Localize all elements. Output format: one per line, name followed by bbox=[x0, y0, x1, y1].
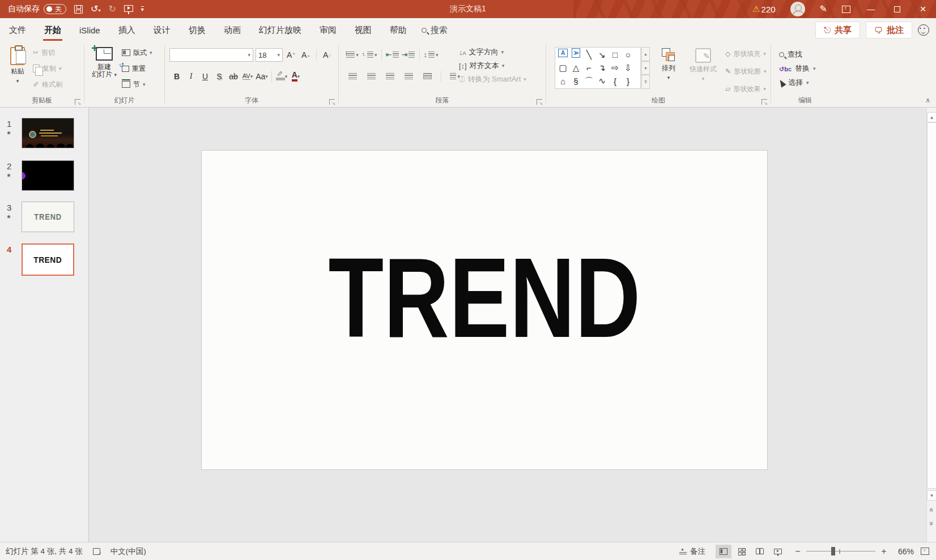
close-button[interactable]: ✕ bbox=[910, 0, 936, 18]
quick-styles-button[interactable]: 快速样式 ▾ bbox=[684, 44, 722, 95]
convert-smartart-button[interactable]: ⎅ 转换为 SmartArt▾ bbox=[459, 74, 526, 84]
italic-button[interactable]: I bbox=[185, 70, 197, 83]
slideshow-view-button[interactable] bbox=[770, 545, 786, 558]
shape-icon-6[interactable]: ▢ bbox=[556, 62, 569, 74]
justify-button[interactable] bbox=[402, 70, 415, 83]
spellcheck-icon[interactable] bbox=[93, 548, 100, 555]
vertical-scrollbar[interactable]: ▲ ▼ « » bbox=[926, 108, 936, 542]
font-dialog-launcher[interactable] bbox=[329, 99, 335, 105]
save-icon[interactable] bbox=[74, 5, 83, 14]
paragraph-dialog-launcher[interactable] bbox=[537, 99, 542, 105]
shape-icon-17[interactable]: } bbox=[622, 75, 635, 87]
collapse-ribbon-icon[interactable]: ∧ bbox=[925, 96, 930, 104]
slide-1-preview[interactable] bbox=[22, 118, 74, 148]
paste-button[interactable]: 粘贴 ▾ bbox=[5, 42, 31, 93]
section-button[interactable]: 节▾ bbox=[122, 78, 152, 91]
text-shadow-button[interactable]: S bbox=[213, 70, 226, 83]
tab-transitions[interactable]: 切换 bbox=[180, 18, 215, 42]
shape-effects-button[interactable]: ▱ 形状效果▾ bbox=[725, 82, 767, 96]
bullets-button[interactable]: ▾ bbox=[346, 48, 359, 61]
tab-animations[interactable]: 动画 bbox=[215, 18, 250, 42]
zoom-out-button[interactable]: − bbox=[794, 546, 802, 557]
shape-icon-3[interactable]: ↘ bbox=[595, 49, 609, 61]
slide-counter[interactable]: 幻灯片 第 4 张, 共 4 张 bbox=[6, 546, 83, 557]
shape-icon-0[interactable]: A bbox=[558, 49, 568, 57]
gallery-more-icon[interactable]: ⊽ bbox=[641, 75, 650, 89]
slide-thumbnail-1[interactable]: 1 ★ bbox=[0, 118, 89, 148]
undo-icon[interactable]: ↺▾ bbox=[91, 5, 100, 14]
tab-slideshow[interactable]: 幻灯片放映 bbox=[250, 18, 310, 42]
tab-home[interactable]: 开始 bbox=[35, 18, 70, 42]
shape-icon-9[interactable]: ↴ bbox=[595, 62, 609, 74]
line-spacing-button[interactable]: ↕▾ bbox=[424, 48, 439, 61]
language-indicator[interactable]: 中文(中国) bbox=[110, 546, 146, 557]
slide-editing-canvas[interactable]: TREND bbox=[90, 108, 926, 542]
font-color-button[interactable]: A▾ bbox=[290, 70, 302, 83]
normal-view-button[interactable] bbox=[716, 545, 731, 558]
scroll-up-icon[interactable]: ▲ bbox=[927, 112, 936, 122]
minimize-button[interactable]: — bbox=[858, 0, 884, 18]
zoom-slider[interactable] bbox=[806, 551, 875, 552]
slide-sorter-view-button[interactable] bbox=[734, 545, 750, 558]
numbering-button[interactable]: ⒈▾ bbox=[361, 48, 377, 61]
scrollbar-thumb[interactable] bbox=[927, 122, 936, 489]
shape-outline-button[interactable]: ✎ 形状轮廓▾ bbox=[725, 65, 767, 78]
select-button[interactable]: 选择▾ bbox=[779, 78, 839, 88]
columns-button[interactable] bbox=[420, 70, 434, 83]
character-spacing-button[interactable]: AV▾ bbox=[241, 70, 254, 83]
maximize-button[interactable] bbox=[884, 0, 910, 18]
gallery-scroll-up-icon[interactable]: ▲ bbox=[641, 47, 650, 61]
align-text-button[interactable]: [↕] 对齐文本▾ bbox=[459, 61, 526, 71]
slide-thumbnail-2[interactable]: 2 ★ bbox=[0, 160, 89, 191]
shape-icon-13[interactable]: § bbox=[569, 75, 582, 87]
align-center-button[interactable] bbox=[364, 70, 378, 83]
align-left-button[interactable] bbox=[346, 70, 359, 83]
coming-soon-icon[interactable]: ✎ bbox=[812, 0, 835, 18]
font-name-combo[interactable]: ▾ bbox=[169, 48, 253, 62]
shape-fill-button[interactable]: ◇ 形状填充▾ bbox=[725, 47, 767, 61]
tab-review[interactable]: 审阅 bbox=[310, 18, 346, 42]
grow-font-button[interactable]: A⌃ bbox=[285, 49, 297, 62]
slide-4-preview[interactable]: TREND bbox=[22, 243, 74, 276]
change-case-button[interactable]: Aa▾ bbox=[256, 70, 268, 83]
scroll-down-icon[interactable]: ▼ bbox=[927, 490, 936, 501]
zoom-slider-thumb[interactable] bbox=[831, 547, 835, 555]
format-painter-button[interactable]: ✐ 格式刷 bbox=[33, 78, 62, 91]
layout-button[interactable]: 版式▾ bbox=[122, 46, 152, 59]
tab-insert[interactable]: 插入 bbox=[109, 18, 144, 42]
font-size-combo[interactable]: 18 ▾ bbox=[256, 48, 283, 62]
clear-formatting-button[interactable]: A◌ bbox=[321, 49, 333, 62]
new-slide-button[interactable]: 新建 幻灯片 ▾ bbox=[88, 42, 121, 93]
shape-icon-1[interactable]: A bbox=[572, 48, 580, 58]
increase-indent-button[interactable]: ⇥ bbox=[402, 48, 415, 61]
highlight-color-button[interactable]: ▾ bbox=[275, 70, 288, 83]
tab-design[interactable]: 设计 bbox=[144, 18, 180, 42]
shape-icon-11[interactable]: ⇩ bbox=[622, 62, 635, 74]
notes-toggle[interactable]: 备注 bbox=[679, 546, 705, 557]
find-button[interactable]: 查找 bbox=[779, 49, 839, 59]
shape-icon-5[interactable]: ○ bbox=[622, 49, 635, 61]
reset-button[interactable]: 重置 bbox=[122, 62, 152, 75]
slide-title-text[interactable]: TREND bbox=[258, 241, 710, 354]
zoom-percentage[interactable]: 66% bbox=[890, 547, 914, 556]
shape-icon-16[interactable]: { bbox=[609, 75, 622, 87]
fit-slide-to-window-icon[interactable] bbox=[921, 548, 929, 555]
start-slideshow-icon[interactable] bbox=[124, 5, 133, 12]
tab-help[interactable]: 帮助 bbox=[381, 18, 416, 42]
cut-button[interactable]: ✂ 剪切 bbox=[33, 46, 62, 59]
customize-qat-icon[interactable]: ▾ bbox=[141, 6, 144, 12]
redo-icon[interactable]: ↻ bbox=[108, 5, 116, 14]
shapes-gallery[interactable]: AA╲↘□○▢△⌐↴⇨⇩⌂§⌒∿{} bbox=[555, 47, 641, 89]
reading-view-button[interactable] bbox=[752, 545, 768, 558]
upload-warning[interactable]: ⚠ 220 bbox=[745, 0, 782, 18]
shape-icon-4[interactable]: □ bbox=[609, 49, 622, 61]
feedback-smiley-icon[interactable] bbox=[918, 24, 929, 36]
share-button[interactable]: ⎋ 共享 bbox=[815, 22, 860, 39]
decrease-indent-button[interactable]: ⇤ bbox=[386, 48, 399, 61]
shape-icon-8[interactable]: ⌐ bbox=[582, 62, 595, 74]
drawing-dialog-launcher[interactable] bbox=[761, 99, 767, 105]
align-right-button[interactable] bbox=[383, 70, 397, 83]
comments-button[interactable]: 🗨 批注 bbox=[866, 22, 912, 39]
ribbon-display-options-icon[interactable] bbox=[835, 0, 858, 18]
shape-icon-12[interactable]: ⌂ bbox=[556, 75, 569, 87]
